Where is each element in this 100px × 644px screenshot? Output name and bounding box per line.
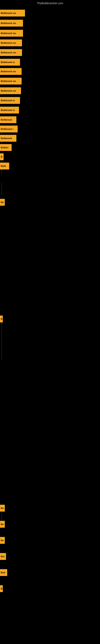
bar-row: Bo — [0, 199, 5, 206]
bar-label: Bottl — [0, 162, 9, 170]
bar-label: Bottleneck res — [0, 78, 22, 84]
bar-row: Bottleneck res — [0, 10, 25, 16]
bar-row: Bott — [0, 569, 7, 576]
bar-row: Bottleneck — [0, 135, 16, 142]
vertical-line — [1, 320, 2, 360]
bar-label: Bo — [0, 537, 5, 544]
bar-label: Bottleneck res — [0, 68, 22, 75]
bar-row: Bottlen — [0, 144, 12, 151]
bar-row: Bottleneck r — [0, 126, 18, 132]
bar-label: B — [0, 316, 3, 322]
bar-label: Bottleneck res — [0, 10, 25, 16]
bar-label: B — [0, 585, 3, 592]
bar-label: Bottleneck res — [0, 20, 23, 26]
bar-label: Bot — [0, 553, 6, 560]
site-title: TheBottlenecker.com — [0, 0, 100, 6]
bar-row: Bottleneck res — [0, 87, 21, 94]
bar-row: Bo — [0, 537, 5, 544]
bar-label: Bottleneck res — [0, 40, 22, 46]
bar-row: Bottleneck re — [0, 59, 20, 66]
bar-label: Bottleneck res — [0, 87, 21, 94]
bar-row: Bottleneck res — [0, 49, 22, 56]
bar-row: Bo — [0, 505, 5, 512]
bar-label: B — [0, 153, 3, 160]
bar-label: Bottleneck re — [0, 107, 19, 114]
bar-label: Bottleneck res — [0, 30, 23, 37]
bar-row: B — [0, 153, 3, 160]
bar-label: Bottleneck res — [0, 49, 22, 56]
bar-row: Bot — [0, 553, 6, 560]
bar-label: Bo — [0, 199, 5, 206]
bar-label: Bottleneck re — [0, 97, 20, 104]
bar-label: Bottleneck re — [0, 59, 20, 66]
bar-row: Bottleneck res — [0, 40, 22, 46]
bar-row: B — [0, 316, 3, 322]
vertical-line — [1, 513, 2, 521]
bar-row: Bottleneck — [0, 116, 16, 123]
bar-label: Bottlen — [0, 144, 12, 151]
bar-label: Bo — [0, 505, 5, 512]
bar-label: Bottleneck r — [0, 126, 18, 132]
bar-row: Bottleneck res — [0, 78, 22, 84]
bar-row: Bottleneck res — [0, 30, 23, 37]
vertical-line — [1, 183, 2, 195]
bar-row: Bottleneck res — [0, 68, 22, 75]
bar-row: Bo — [0, 521, 5, 528]
bar-row: Bottleneck re — [0, 97, 20, 104]
bar-row: Bottl — [0, 162, 9, 170]
bar-row: Bottleneck re — [0, 107, 19, 114]
bar-label: Bott — [0, 569, 7, 576]
bar-label: Bo — [0, 521, 5, 528]
bar-row: Bottleneck res — [0, 20, 23, 26]
bar-label: Bottleneck — [0, 135, 16, 142]
bar-row: B — [0, 585, 3, 592]
bar-label: Bottleneck — [0, 116, 16, 123]
